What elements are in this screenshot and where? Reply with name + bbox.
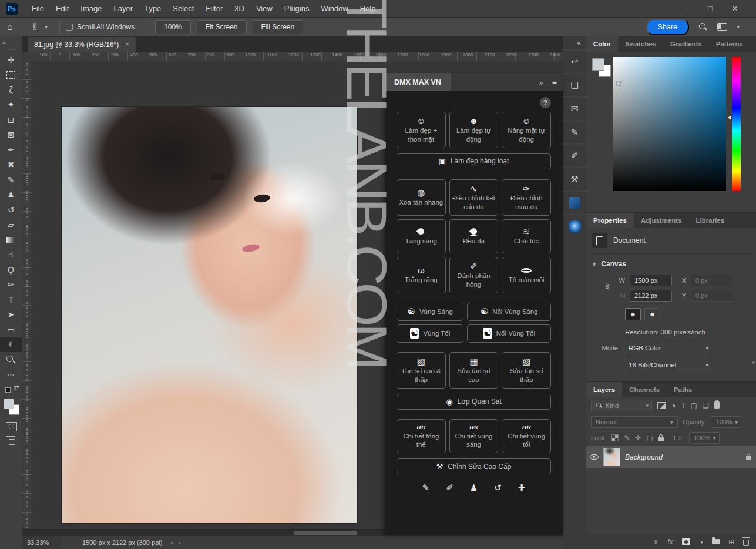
- marquee-tool[interactable]: [0, 68, 22, 83]
- tab-layers[interactable]: Layers: [586, 382, 622, 397]
- tab-channels[interactable]: Channels: [622, 382, 667, 397]
- opacity-dropdown[interactable]: 100% ▾: [711, 416, 741, 428]
- zoom-level[interactable]: 33.33%: [22, 536, 61, 549]
- tab-patterns[interactable]: Patterns: [709, 36, 750, 52]
- hand-tool[interactable]: ✌: [0, 337, 22, 353]
- layer-lock-icon[interactable]: [746, 456, 751, 460]
- new-layer-icon[interactable]: ⊞: [728, 538, 734, 546]
- filter-smart-objects-icon[interactable]: ❏: [703, 401, 709, 410]
- tab-properties[interactable]: Properties: [586, 213, 634, 228]
- menu-item[interactable]: Plugins: [278, 2, 315, 15]
- tab-swatches[interactable]: Swatches: [618, 36, 663, 52]
- menu-item[interactable]: 3D: [229, 2, 250, 15]
- tab-gradients[interactable]: Gradients: [663, 36, 709, 52]
- magic-wand-tool[interactable]: ✦: [0, 98, 22, 113]
- brighten-button[interactable]: Tăng sáng: [397, 219, 446, 253]
- menu-item[interactable]: View: [250, 2, 278, 15]
- new-group-icon[interactable]: [712, 539, 720, 544]
- scrollbar-thumb[interactable]: [294, 531, 357, 535]
- beauty-slim-face-button[interactable]: ☺ Làm đẹp + thon mặt: [397, 112, 446, 148]
- search-icon[interactable]: [698, 22, 708, 32]
- healing-brush-tool[interactable]: ✖: [0, 158, 22, 173]
- bit-depth-dropdown[interactable]: 16 Bits/Channel ▾: [624, 359, 713, 371]
- screen-mode-toggle[interactable]: [0, 433, 22, 448]
- filter-pixel-layers-icon[interactable]: [657, 402, 666, 409]
- add-adjustment-layer-icon[interactable]: ◑: [699, 538, 703, 546]
- filter-adjustment-layers-icon[interactable]: ◑: [671, 401, 676, 410]
- advanced-edit-button[interactable]: ⚒ Chỉnh Sửa Cao Cấp: [397, 458, 551, 474]
- expand-panels-icon[interactable]: «: [572, 39, 586, 49]
- history-brush-tool[interactable]: ↺: [0, 202, 22, 217]
- tab-color[interactable]: Color: [586, 36, 618, 52]
- plugin-patch-icon[interactable]: ✚: [518, 483, 526, 493]
- foreground-color-swatch[interactable]: [592, 58, 604, 71]
- hue-slider-marker[interactable]: [728, 115, 731, 120]
- photo-canvas[interactable]: [62, 107, 357, 523]
- beauty-auto-button[interactable]: ☻ Làm đẹp tự động: [449, 112, 499, 148]
- swap-colors-mini[interactable]: [0, 382, 22, 397]
- detail-highlights-button[interactable]: H∕R Chi tiết vùng sáng: [449, 419, 499, 454]
- skin-color-button[interactable]: ✑ Điều chỉnh màu da: [502, 179, 551, 216]
- collapse-section-icon[interactable]: ∨: [592, 261, 596, 267]
- add-layer-mask-icon[interactable]: [682, 538, 690, 545]
- tab-libraries[interactable]: Libraries: [689, 213, 732, 228]
- maximize-button[interactable]: □: [705, 4, 715, 13]
- eraser-tool[interactable]: ▱: [0, 217, 22, 233]
- whiten-teeth-button[interactable]: ω Trắng răng: [397, 257, 446, 293]
- lock-paint-icon[interactable]: ✎: [624, 434, 630, 442]
- skin-texture-button[interactable]: ∿ Điều chỉnh kết cấu da: [449, 179, 499, 216]
- menu-item[interactable]: Layer: [108, 2, 139, 15]
- crop-tool[interactable]: ⊡: [0, 112, 22, 128]
- close-button[interactable]: ✕: [730, 4, 740, 13]
- observe-layer-button[interactable]: ◉ Lớp Quan Sát: [397, 394, 551, 410]
- layer-filter-toggle[interactable]: [714, 400, 720, 409]
- lock-position-icon[interactable]: ✛: [635, 434, 641, 442]
- lock-transparency-icon[interactable]: [611, 434, 619, 441]
- plugin-tab[interactable]: DMX MAX VN: [385, 73, 451, 91]
- plugin-menu-icon[interactable]: ≡: [552, 78, 557, 87]
- fill-dropdown[interactable]: 100% ▾: [689, 432, 720, 444]
- plugin-collapse-icon[interactable]: »: [539, 78, 542, 87]
- scroll-left-icon[interactable]: ‹: [179, 539, 181, 546]
- filter-shape-layers-icon[interactable]: ▢: [691, 401, 697, 410]
- minimize-button[interactable]: –: [681, 4, 690, 13]
- fg-bg-swatches[interactable]: [0, 397, 22, 419]
- rectangle-tool[interactable]: ▭: [0, 322, 22, 337]
- layer-style-fx-icon[interactable]: fx: [667, 538, 673, 546]
- even-skin-button[interactable]: Đều da: [449, 219, 499, 253]
- orientation-portrait-button[interactable]: ☻: [625, 308, 641, 320]
- saturation-field[interactable]: [613, 57, 726, 191]
- help-icon[interactable]: ?: [540, 97, 551, 108]
- link-layers-icon[interactable]: ∞: [652, 539, 660, 544]
- history-panel-icon[interactable]: ↩: [563, 49, 586, 73]
- retouch-plugin-icon[interactable]: [563, 214, 586, 237]
- width-input[interactable]: 1500 px: [630, 274, 672, 286]
- layer-visibility-eye-icon[interactable]: [590, 454, 599, 460]
- tab-adjustments[interactable]: Adjustments: [634, 213, 689, 228]
- zoom-tool[interactable]: [0, 352, 22, 367]
- libraries-panel-icon[interactable]: ❏: [563, 73, 586, 96]
- menu-item[interactable]: Help: [354, 2, 382, 15]
- status-expand-icon[interactable]: ›: [170, 539, 173, 546]
- menu-item[interactable]: Edit: [50, 2, 75, 15]
- facelift-auto-button[interactable]: ☺ Nâng mặt tự động: [502, 112, 551, 148]
- chevron-down-icon[interactable]: ▾: [45, 24, 48, 30]
- layer-thumbnail[interactable]: [603, 448, 620, 466]
- brushes-panel-icon[interactable]: ✐: [563, 143, 586, 167]
- layer-row-background[interactable]: Background: [586, 446, 756, 468]
- blend-mode-dropdown[interactable]: Normal ▾: [591, 416, 678, 428]
- detail-shadows-button[interactable]: H∕R Chi tiết vùng tối: [502, 419, 551, 454]
- clone-stamp-tool[interactable]: ♟: [0, 188, 22, 203]
- dodge-tool[interactable]: Ϙ: [0, 262, 22, 277]
- workspace-switcher-icon[interactable]: [717, 23, 727, 31]
- substance-3d-plugin-icon[interactable]: [563, 190, 586, 214]
- tool-presets-panel-icon[interactable]: ⚒: [563, 167, 586, 190]
- scroll-all-windows-checkbox[interactable]: [66, 24, 73, 31]
- plugin-history-brush-icon[interactable]: ↺: [494, 483, 502, 493]
- eyedropper-tool[interactable]: ✒: [0, 142, 22, 158]
- blush-button[interactable]: ✐ Đánh phấn hồng: [449, 257, 499, 293]
- share-button[interactable]: Share: [646, 19, 689, 35]
- move-tool[interactable]: ✛: [0, 52, 22, 68]
- gradient-tool[interactable]: [0, 232, 22, 247]
- lasso-tool[interactable]: ζ: [0, 82, 22, 98]
